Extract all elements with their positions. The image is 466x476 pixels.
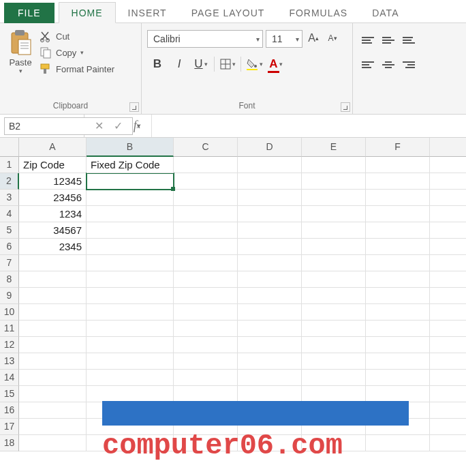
cell-B8[interactable] <box>87 271 174 288</box>
row-header-5[interactable]: 5 <box>0 222 19 239</box>
cell-A1[interactable]: Zip Code <box>19 157 87 173</box>
cell-D13[interactable] <box>238 353 302 370</box>
cell-F7[interactable] <box>366 255 430 271</box>
font-color-button[interactable]: A ▾ <box>266 55 286 74</box>
increase-font-button[interactable]: A▴ <box>305 30 322 46</box>
cell-E3[interactable] <box>302 190 366 206</box>
row-header-15[interactable]: 15 <box>0 386 19 402</box>
cell-B6[interactable] <box>87 239 174 255</box>
column-header-A[interactable]: A <box>19 138 87 157</box>
italic-button[interactable]: I <box>169 55 189 74</box>
cell-F1[interactable] <box>366 157 430 173</box>
formula-input[interactable] <box>152 115 466 137</box>
cell-C14[interactable] <box>174 370 238 386</box>
cell-B2[interactable] <box>87 173 174 190</box>
cell-D15[interactable] <box>238 386 302 402</box>
cell-E7[interactable] <box>302 255 366 271</box>
row-header-3[interactable]: 3 <box>0 190 19 206</box>
borders-button[interactable]: ▾ <box>217 55 238 74</box>
row-header-11[interactable]: 11 <box>0 321 19 337</box>
cell-D6[interactable] <box>238 239 302 255</box>
cell-D7[interactable] <box>238 255 302 271</box>
cell-F14[interactable] <box>366 370 430 386</box>
row-header-14[interactable]: 14 <box>0 370 19 386</box>
cell-F2[interactable] <box>366 173 430 190</box>
row-header-4[interactable]: 4 <box>0 206 19 222</box>
cell-D4[interactable] <box>238 206 302 222</box>
cell-E10[interactable] <box>302 304 366 321</box>
cell-D12[interactable] <box>238 337 302 353</box>
cell-E14[interactable] <box>302 370 366 386</box>
cell-C13[interactable] <box>174 353 238 370</box>
bold-button[interactable]: B <box>147 55 168 74</box>
cell-E8[interactable] <box>302 271 366 288</box>
column-header-E[interactable]: E <box>302 138 366 157</box>
tab-formulas[interactable]: FORMULAS <box>277 3 360 23</box>
cell-A7[interactable] <box>19 255 87 271</box>
cell-F13[interactable] <box>366 353 430 370</box>
cell-B10[interactable] <box>87 304 174 321</box>
cancel-formula-button[interactable]: ✕ <box>90 117 108 135</box>
cell-E5[interactable] <box>302 222 366 239</box>
cell-F9[interactable] <box>366 288 430 304</box>
cell-D14[interactable] <box>238 370 302 386</box>
cell-E12[interactable] <box>302 337 366 353</box>
cell-F5[interactable] <box>366 222 430 239</box>
cell-D2[interactable] <box>238 173 302 190</box>
cell-F8[interactable] <box>366 271 430 288</box>
cell-A18[interactable] <box>19 435 87 451</box>
cut-button[interactable]: Cut <box>40 30 114 42</box>
cell-D8[interactable] <box>238 271 302 288</box>
row-header-1[interactable]: 1 <box>0 157 19 173</box>
cell-A6[interactable]: 2345 <box>19 239 87 255</box>
cell-D1[interactable] <box>238 157 302 173</box>
cell-B9[interactable] <box>87 288 174 304</box>
align-left-button[interactable] <box>358 56 377 74</box>
cell-C8[interactable] <box>174 271 238 288</box>
cell-C11[interactable] <box>174 321 238 337</box>
insert-function-button[interactable]: fx <box>128 117 146 135</box>
font-size-combo[interactable]: 11 ▾ <box>266 30 302 48</box>
cell-A14[interactable] <box>19 370 87 386</box>
cell-E11[interactable] <box>302 321 366 337</box>
cell-F4[interactable] <box>366 206 430 222</box>
cell-E6[interactable] <box>302 239 366 255</box>
cell-F3[interactable] <box>366 190 430 206</box>
cell-C9[interactable] <box>174 288 238 304</box>
cell-F6[interactable] <box>366 239 430 255</box>
cell-F12[interactable] <box>366 337 430 353</box>
cell-A5[interactable]: 34567 <box>19 222 87 239</box>
row-header-9[interactable]: 9 <box>0 288 19 304</box>
cell-C3[interactable] <box>174 190 238 206</box>
underline-button[interactable]: U▾ <box>191 55 211 74</box>
cell-E2[interactable] <box>302 173 366 190</box>
align-bottom-button[interactable] <box>399 31 418 49</box>
cell-E9[interactable] <box>302 288 366 304</box>
cell-B7[interactable] <box>87 255 174 271</box>
cell-A10[interactable] <box>19 304 87 321</box>
row-header-17[interactable]: 17 <box>0 419 19 435</box>
cell-D3[interactable] <box>238 190 302 206</box>
cell-C15[interactable] <box>174 386 238 402</box>
cell-B5[interactable] <box>87 222 174 239</box>
column-header-B[interactable]: B <box>87 138 174 157</box>
tab-page-layout[interactable]: PAGE LAYOUT <box>179 3 277 23</box>
row-header-10[interactable]: 10 <box>0 304 19 321</box>
column-header-C[interactable]: C <box>174 138 238 157</box>
enter-formula-button[interactable]: ✓ <box>109 117 127 135</box>
clipboard-dialog-launcher[interactable] <box>129 102 139 112</box>
cell-A17[interactable] <box>19 419 87 435</box>
tab-home[interactable]: HOME <box>59 2 116 23</box>
align-top-button[interactable] <box>358 31 377 49</box>
column-header-F[interactable]: F <box>366 138 430 157</box>
cell-C6[interactable] <box>174 239 238 255</box>
decrease-font-button[interactable]: A▾ <box>324 30 341 46</box>
cell-C12[interactable] <box>174 337 238 353</box>
font-dialog-launcher[interactable] <box>341 102 350 112</box>
cell-C2[interactable] <box>174 173 238 190</box>
tab-file[interactable]: FILE <box>4 3 55 23</box>
fill-color-button[interactable]: ▾ <box>244 55 264 74</box>
cell-A4[interactable]: 1234 <box>19 206 87 222</box>
row-header-18[interactable]: 18 <box>0 435 19 451</box>
cell-D11[interactable] <box>238 321 302 337</box>
